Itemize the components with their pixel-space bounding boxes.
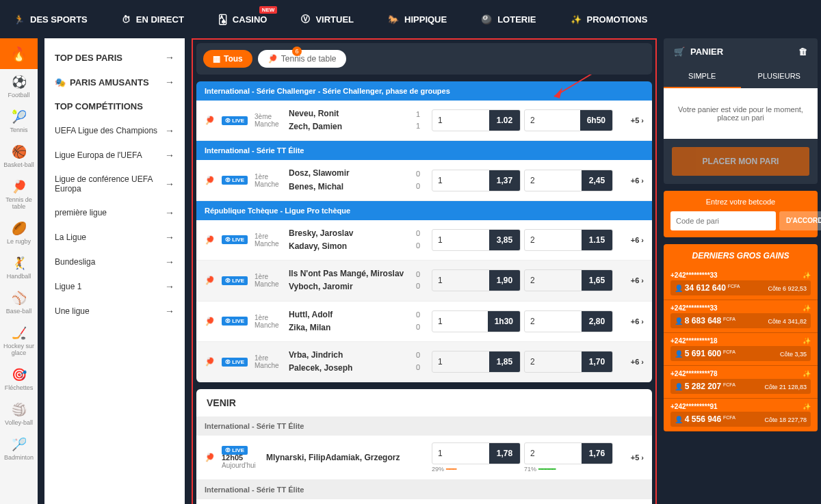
league-header[interactable]: République Tchèque - Ligue Pro tchèque [196,201,652,220]
win-item[interactable]: +242*********78✨ 👤 5 282 207 FCFACôte 21… [664,366,818,399]
nav-casino[interactable]: 🂡CASINONEW [218,14,268,25]
tab-multiple[interactable]: PLUSIEURS [741,65,818,88]
odd-1[interactable]: 11,85 [432,351,521,373]
manche-label: 1èreManche [255,273,282,288]
win-item[interactable]: +242*********91✨ 👤 4 556 946 FCFACôte 18… [664,399,818,432]
sports-nav-hot[interactable]: 🔥 [0,38,38,69]
filter-bar: ▦Tous 🏓Tennis de table 6 [196,43,652,75]
sport-le-rugby[interactable]: 🏉Le rugby [0,215,38,250]
odd-2[interactable]: 21.15 [524,229,613,251]
win-item[interactable]: +242*********33✨ 👤 34 612 640 FCFACôte 6… [664,267,818,300]
more-odds[interactable]: +5 › [620,116,644,124]
paris-amusants-header[interactable]: 🎭PARIS AMUSANTS→ [44,70,185,94]
nav-lottery[interactable]: 🎱LOTERIE [481,14,536,25]
comp-item[interactable]: Ligue Europa de l'UEFA→ [44,143,185,168]
odd-2[interactable]: 26h50 [524,109,613,131]
comp-item[interactable]: La Ligue→ [44,225,185,250]
live-badge: ⦿ LIVE [222,317,248,326]
manche-label: 1èreManche [255,173,282,188]
odd-1[interactable]: 11,37 [432,170,521,191]
live-badge: ⦿ LIVE [222,358,248,367]
nav-virtual[interactable]: ⓋVIRTUEL [301,13,354,25]
more-odds[interactable]: +6 › [620,276,644,284]
top-paris-header[interactable]: TOP DES PARIS→ [44,45,185,70]
live-badge: ⦿ LIVE [222,276,248,285]
odd-2[interactable]: 21,65 [524,269,613,291]
more-odds[interactable]: +6 › [620,358,644,366]
odd-1[interactable]: 13,85 [432,229,521,251]
sport-hockey-sur-glace[interactable]: 🏒Hockey sur glace [0,320,38,362]
win-item[interactable]: +242*********18✨ 👤 5 691 600 FCFACôte 3,… [664,333,818,366]
table-tennis-icon: 🏓 [205,235,215,245]
event-row[interactable]: 🏓 ⦿ LIVE 12h05Aujourd'hui Mlynarski, Fil… [196,436,652,480]
betcode-submit[interactable]: D'ACCORD [779,211,821,230]
odd-1[interactable]: 11.02 [432,109,521,131]
event-row[interactable]: 🏓 ⦿ LIVE 1èreManche Bresky, JaroslavKada… [196,220,652,261]
event-row[interactable]: 🏓 ⦿ LIVE 12h25Aujourd'hui Jadczyk, Marci… [196,499,652,504]
comp-item[interactable]: Bundesliga→ [44,250,185,274]
sport-basket-ball[interactable]: 🏀Basket-ball [0,139,38,174]
odd-2[interactable]: 21,76 [524,442,613,464]
nav-sports[interactable]: 🏃DES SPORTS [14,14,88,25]
manche-label: 1èreManche [255,233,282,248]
event-row[interactable]: 🏓 ⦿ LIVE 1èreManche Dosz, SlawomirBenes,… [196,160,652,200]
betcode-widget: Entrez votre betcode D'ACCORD [664,191,818,237]
comp-item[interactable]: Une ligue→ [44,299,185,323]
comp-item[interactable]: Ligue de conférence UEFA Europa→ [44,168,185,200]
odd-2[interactable]: 22,45 [524,170,613,191]
event-row[interactable]: 🏓 ⦿ LIVE 1èreManche Vrba, JindrichPalece… [196,342,652,382]
odd-2[interactable]: 21,70 [524,351,613,373]
betcode-title: Entrez votre betcode [670,198,811,206]
odd-1[interactable]: 11,90 [432,269,521,291]
nav-horse[interactable]: 🐎HIPPIQUE [388,14,447,25]
basket-header: 🛒PANIER🗑 [664,38,818,65]
sport-fléchettes[interactable]: 🎯Fléchettes [0,362,38,397]
sport-handball[interactable]: 🤾Handball [0,250,38,285]
event-row[interactable]: 🏓 ⦿ LIVE 1èreManche Huttl, AdolfZika, Mi… [196,302,652,342]
trash-icon[interactable]: 🗑 [798,47,807,57]
top-comp-header: TOP COMPÉTITIONS [44,94,185,118]
sport-football[interactable]: ⚽Football [0,69,38,104]
venir-title: VENIR [196,389,652,416]
filter-all[interactable]: ▦Tous [203,50,252,68]
top-nav: 🏃DES SPORTS ⏱EN DIRECT 🂡CASINONEW ⓋVIRTU… [0,0,821,38]
table-tennis-icon: 🏓 [205,116,215,125]
sport-base-ball[interactable]: ⚾Base-ball [0,285,38,320]
table-tennis-icon: 🏓 [205,453,215,462]
league-header[interactable]: International - Série TT Élite [196,480,652,499]
betcode-input[interactable] [670,211,776,230]
nav-promo[interactable]: ✨PROMOTIONS [571,14,648,25]
more-odds[interactable]: +6 › [620,317,644,326]
scores: 00 [411,228,425,252]
more-odds[interactable]: +5 › [620,453,644,462]
comp-item[interactable]: UEFA Ligue des Champions→ [44,118,185,143]
odd-2[interactable]: 22,80 [524,310,613,332]
odd-1[interactable]: 11h30 [432,310,521,332]
sport-badminton[interactable]: 🏸Badminton [0,432,38,466]
win-item[interactable]: +242*********33✨ 👤 8 683 648 FCFACôte 4 … [664,300,818,333]
more-odds[interactable]: +6 › [620,236,644,244]
filter-table-tennis[interactable]: 🏓Tennis de table [258,50,346,68]
sport-volley-ball[interactable]: 🏐Volley-ball [0,397,38,432]
table-tennis-icon: 🏓 [205,317,215,326]
more-odds[interactable]: +6 › [620,176,644,185]
comp-item[interactable]: Ligue 1→ [44,274,185,299]
scores: 00 [411,269,425,293]
upcoming-events: VENIR International - Série TT Élite 🏓 ⦿… [196,389,652,504]
sport-tennis[interactable]: 🎾Tennis [0,104,38,139]
players: Vrba, JindrichPalecek, Joseph [289,349,404,375]
left-panel: TOP DES PARIS→ 🎭PARIS AMUSANTS→ TOP COMP… [44,38,185,504]
league-header[interactable]: International - Série TT Élite [196,141,652,160]
odd-1[interactable]: 11,78 [432,442,521,464]
league-header[interactable]: International - Série TT Élite [196,416,652,436]
place-bet-button[interactable]: PLACER MON PARI [672,147,809,176]
tab-simple[interactable]: SIMPLE [664,65,741,88]
league-header[interactable]: International - Série Challenger - Série… [196,81,652,101]
event-row[interactable]: 🏓 ⦿ LIVE 3èmeManche Neveu, RonitZech, Da… [196,101,652,141]
sport-tennis-de-table[interactable]: 🏓Tennis de table [0,174,38,215]
event-row[interactable]: 🏓 ⦿ LIVE 1èreManche Ils N'ont Pas Mangé,… [196,261,652,301]
bet-basket: 🛒PANIER🗑 SIMPLE PLUSIEURS Votre panier e… [664,38,818,184]
table-tennis-icon: 🏓 [205,176,215,185]
comp-item[interactable]: première ligue→ [44,200,185,225]
nav-live[interactable]: ⏱EN DIRECT [122,14,184,25]
